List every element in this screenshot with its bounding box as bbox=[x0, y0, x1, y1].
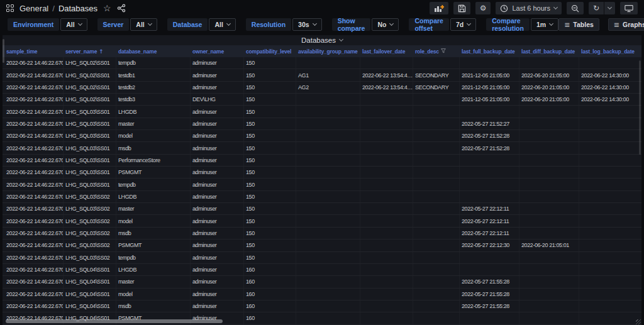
panel-header[interactable]: Databases bbox=[3, 35, 641, 45]
variable-value-dropdown[interactable]: 7d bbox=[450, 18, 476, 31]
panel-resize-handle[interactable] bbox=[636, 319, 641, 324]
table-cell bbox=[460, 57, 519, 69]
table-cell bbox=[460, 179, 519, 190]
column-header-database_name[interactable]: database_name bbox=[116, 48, 191, 55]
column-header-last_diff_backup_date[interactable]: last_diff_backup_date bbox=[519, 48, 579, 55]
table-cell bbox=[296, 252, 360, 263]
column-header-owner_name[interactable]: owner_name bbox=[191, 48, 244, 55]
table-cell: 2022-06-22 14:46:22.670 bbox=[3, 203, 64, 214]
variable-value-dropdown[interactable]: All bbox=[209, 18, 235, 31]
left-scrollbar-thumb[interactable] bbox=[3, 39, 4, 63]
column-header-compatibility_level[interactable]: compatibility_level bbox=[244, 48, 296, 55]
table-cell: 2022-05-27 21:55:28 bbox=[460, 300, 519, 312]
table-cell bbox=[296, 179, 360, 190]
table-cell: 160 bbox=[244, 300, 296, 312]
table-cell bbox=[579, 215, 641, 226]
share-icon[interactable] bbox=[117, 4, 126, 13]
variable-label[interactable]: Environment bbox=[8, 18, 59, 31]
table-cell: adminuser bbox=[191, 191, 244, 202]
column-header-sample_time[interactable]: sample_time bbox=[3, 48, 64, 55]
save-dashboard-icon[interactable] bbox=[453, 2, 470, 14]
variable-label[interactable]: Compare resolution bbox=[486, 18, 530, 31]
table-row: 2022-06-22 14:46:22.670LHG_SQL03\SS01mas… bbox=[3, 118, 641, 130]
column-header-availability_group_name[interactable]: availability_group_name bbox=[296, 48, 360, 55]
variable-value-dropdown[interactable]: No bbox=[372, 18, 399, 31]
table-cell bbox=[579, 252, 641, 263]
table-cell: SECONDARY bbox=[413, 82, 460, 93]
table-cell: LHG_SQL03\SS02 bbox=[64, 191, 116, 202]
table-cell bbox=[519, 312, 579, 324]
column-filter-funnel-icon[interactable] bbox=[441, 48, 446, 55]
table-body[interactable]: 2022-06-22 14:46:22.670LHG_SQL02\SS01tem… bbox=[3, 57, 641, 325]
table-cell: SECONDARY bbox=[413, 69, 460, 80]
table-cell: 2021-12-05 21:05:00 bbox=[460, 94, 519, 105]
table-cell: 150 bbox=[244, 118, 296, 129]
panel-title[interactable]: Databases bbox=[301, 36, 336, 44]
variable-value-dropdown[interactable]: 1m bbox=[531, 18, 558, 31]
table-cell bbox=[413, 179, 460, 190]
table-cell: 2022-06-22 14:46:22.670 bbox=[3, 252, 64, 263]
refresh-interval-dropdown[interactable] bbox=[604, 2, 615, 14]
column-header-last_failover_date[interactable]: last_failover_date bbox=[360, 48, 413, 55]
variable-control: Compare resolution1m bbox=[486, 18, 558, 31]
chevron-down-icon bbox=[313, 21, 317, 26]
tables-link-button[interactable]: ≡ Tables bbox=[558, 18, 599, 31]
graphs-link-button[interactable]: ≡ Graphs bbox=[608, 18, 644, 31]
table-cell: adminuser bbox=[191, 289, 244, 300]
table-cell bbox=[360, 240, 413, 251]
table-cell: 150 bbox=[244, 69, 296, 80]
variable-control: Show compareNo bbox=[332, 18, 399, 31]
table-cell: LHG_SQL03\SS01 bbox=[64, 167, 116, 178]
variable-value-dropdown[interactable]: 30s bbox=[292, 18, 322, 31]
variable-label[interactable]: Compare offset bbox=[409, 18, 449, 31]
variable-value-dropdown[interactable]: All bbox=[130, 18, 157, 31]
horizontal-scrollbar-thumb[interactable] bbox=[6, 319, 223, 323]
time-range-picker[interactable]: Last 6 hours bbox=[496, 2, 562, 14]
variable-label[interactable]: Database bbox=[167, 18, 208, 31]
vertical-scrollbar-thumb[interactable] bbox=[639, 60, 641, 155]
table-cell bbox=[360, 312, 413, 324]
table-cell: 2022-06-22 14:30:00 bbox=[579, 94, 641, 105]
table-cell: msdb bbox=[116, 142, 191, 153]
table-cell bbox=[519, 276, 579, 287]
table-cell: 2022-06-22 14:46:22.670 bbox=[3, 264, 64, 275]
star-icon[interactable]: ☆ bbox=[103, 4, 111, 13]
dashboard-settings-gear-icon[interactable]: ⚙ bbox=[475, 2, 491, 14]
table-cell: LHG_SQL02\SS01 bbox=[64, 94, 116, 105]
chevron-down-icon bbox=[549, 21, 553, 26]
table-cell: LHG_SQL03\SS02 bbox=[64, 240, 116, 251]
table-cell: 150 bbox=[244, 155, 296, 166]
variable-value-dropdown[interactable]: All bbox=[60, 18, 87, 31]
column-header-last_full_backup_date[interactable]: last_full_backup_date bbox=[460, 48, 519, 55]
table-cell: LHGDB bbox=[116, 264, 191, 275]
chevron-down-icon bbox=[467, 21, 471, 26]
breadcrumb-separator: / bbox=[52, 4, 55, 13]
table-row: 2022-06-22 14:46:22.670LHG_SQL04\SS01mas… bbox=[3, 276, 641, 288]
column-header-role_desc[interactable]: role_desc bbox=[413, 48, 460, 55]
variable-label[interactable]: Resolution bbox=[246, 18, 291, 31]
table-row: 2022-06-22 14:46:22.670LHG_SQL03\SS02msd… bbox=[3, 228, 641, 240]
panel-menu-chevron-icon[interactable] bbox=[339, 37, 343, 41]
table-cell bbox=[579, 142, 641, 153]
column-header-server_name[interactable]: server_name↑ bbox=[64, 48, 116, 55]
table-row: 2022-06-22 14:46:22.670LHG_SQL04\SS01LHG… bbox=[3, 264, 641, 276]
table-cell: 2022-06-22 14:46:22.670 bbox=[3, 155, 64, 166]
breadcrumb-dashboard-title[interactable]: Databases bbox=[58, 4, 97, 13]
table-cell: msdb bbox=[116, 228, 191, 239]
column-header-last_log_backup_date[interactable]: last_log_backup_date bbox=[579, 48, 641, 55]
dashboards-grid-icon[interactable] bbox=[6, 4, 14, 12]
table-cell bbox=[413, 94, 460, 105]
cycle-view-mode-button[interactable] bbox=[620, 2, 638, 14]
table-cell bbox=[413, 191, 460, 202]
zoom-out-time-button[interactable] bbox=[567, 2, 584, 14]
table-cell: 2022-06-22 14:46:22.670 bbox=[3, 289, 64, 300]
table-cell bbox=[360, 300, 413, 312]
refresh-button[interactable]: ↻ bbox=[589, 2, 604, 14]
table-cell bbox=[413, 215, 460, 226]
variable-label[interactable]: Server bbox=[97, 18, 130, 31]
variable-label[interactable]: Show compare bbox=[332, 18, 371, 31]
table-cell bbox=[296, 118, 360, 129]
add-panel-button[interactable] bbox=[430, 2, 448, 14]
breadcrumb-folder[interactable]: General bbox=[19, 4, 48, 13]
table-cell: adminuser bbox=[191, 167, 244, 178]
